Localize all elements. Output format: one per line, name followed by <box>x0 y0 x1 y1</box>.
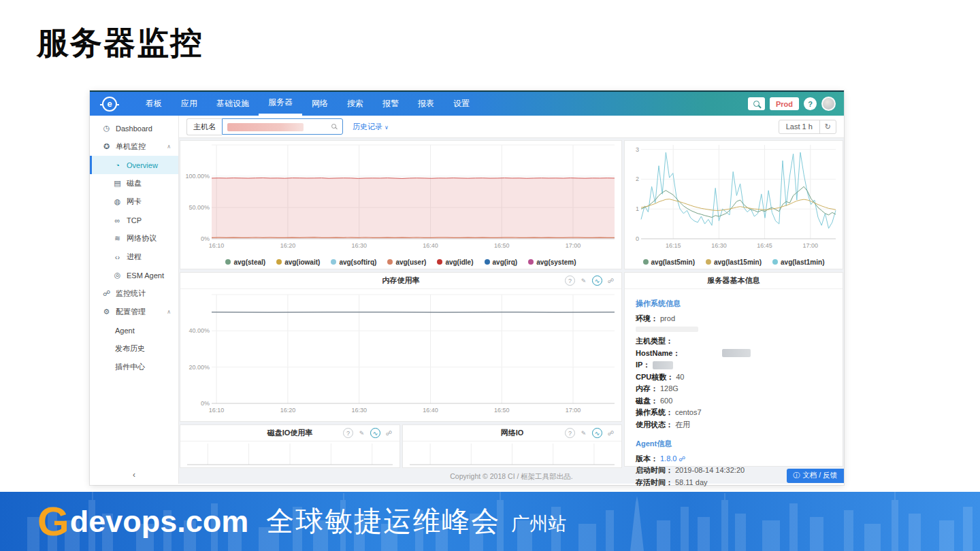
legend-item[interactable]: avg(last15min) <box>706 258 762 266</box>
app-logo-icon[interactable]: e <box>102 97 117 112</box>
sidebar-item-label: Agent <box>115 327 135 335</box>
chart-icon[interactable]: ∿ <box>592 276 602 286</box>
legend-item[interactable]: avg(softirq) <box>331 258 376 266</box>
copyright-text: Copyright © 2018 CI / 框架工具部出品. <box>179 472 844 482</box>
svg-text:16:10: 16:10 <box>209 407 225 414</box>
info-section-title: Agent信息 <box>636 439 832 449</box>
info-value: prod <box>660 314 675 323</box>
svg-text:50.00%: 50.00% <box>189 204 210 211</box>
link-icon[interactable]: ☍ <box>679 454 685 463</box>
memory-usage-chart: 16:1016:2016:3016:4016:5017:000%20.00%40… <box>180 289 621 420</box>
sidebar-item-5[interactable]: ∞TCP <box>90 211 178 229</box>
nav-item-2[interactable]: 基础设施 <box>207 92 259 116</box>
history-dropdown[interactable]: 历史记录 ∨ <box>353 122 389 132</box>
sidebar-item-label: TCP <box>127 216 142 224</box>
environment-badge[interactable]: Prod <box>770 97 799 110</box>
link-icon[interactable]: ☍ <box>384 428 394 438</box>
panel-header: 磁盘IO使用率 ?✎∿☍ <box>180 425 399 441</box>
help-icon[interactable]: ? <box>343 428 353 438</box>
sidebar-collapse-button[interactable]: ‹ <box>90 470 178 480</box>
help-icon[interactable]: ? <box>565 276 575 286</box>
sidebar-item-11[interactable]: Agent <box>90 321 178 339</box>
legend-item[interactable]: avg(iowait) <box>276 258 320 266</box>
sidebar: ◷Dashboard✪单机监控∧◔Overview▤磁盘◍网卡∞TCP≋网络协议… <box>90 116 179 484</box>
link-icon[interactable]: ☍ <box>606 428 616 438</box>
sidebar-item-1[interactable]: ✪单机监控∧ <box>90 137 178 156</box>
edit-icon[interactable]: ✎ <box>357 428 367 438</box>
sidebar-item-12[interactable]: 发布历史 <box>90 339 178 358</box>
svg-text:3: 3 <box>636 146 639 153</box>
sidebar-item-6[interactable]: ≋网络协议 <box>90 229 178 248</box>
edit-icon[interactable]: ✎ <box>578 276 589 286</box>
svg-text:16:40: 16:40 <box>423 242 438 249</box>
chevron-up-icon: ∧ <box>167 144 171 150</box>
sidebar-item-8[interactable]: ◎ESM Agent <box>90 266 178 284</box>
top-navbar: e 看板应用基础设施服务器网络搜索报警报表设置 Prod ? <box>90 90 844 116</box>
hostname-label: 主机名 <box>186 118 222 135</box>
nav-item-4[interactable]: 网络 <box>302 92 338 116</box>
conference-city: 广州站 <box>511 512 566 536</box>
cpu-usage-panel: 16:1016:2016:3016:4016:5017:000%50.00%10… <box>180 140 622 269</box>
nav-item-1[interactable]: 应用 <box>172 92 207 116</box>
legend-dot-icon <box>772 259 778 265</box>
link-icon[interactable]: ☍ <box>606 276 616 286</box>
svg-text:17:00: 17:00 <box>566 407 581 414</box>
agent-version-link[interactable]: 1.8.0 <box>660 454 676 463</box>
svg-text:17:00: 17:00 <box>566 242 581 249</box>
info-row: 磁盘：600 <box>636 397 832 405</box>
chart-icon[interactable]: ∿ <box>592 428 602 438</box>
legend-item[interactable]: avg(user) <box>387 258 426 266</box>
nav-item-5[interactable]: 搜索 <box>338 92 373 116</box>
nav-item-8[interactable]: 设置 <box>444 92 479 116</box>
sidebar-item-10[interactable]: ⚙配置管理∧ <box>90 303 178 321</box>
tcp-link-icon: ∞ <box>112 216 122 224</box>
legend-dot-icon <box>437 259 442 265</box>
info-value: 40 <box>676 373 684 382</box>
legend-label: avg(softirq) <box>339 258 376 266</box>
banner-text: Gdevops.com 全球敏捷运维峰会 广州站 <box>37 492 566 551</box>
server-info-body: 操作系统信息环境：prod主机类型：HostName：IP：CPU核数：40内存… <box>625 289 843 487</box>
hostname-input[interactable] <box>222 118 343 135</box>
legend-item[interactable]: avg(system) <box>528 258 576 266</box>
search-icon[interactable] <box>331 124 336 129</box>
svg-text:16:30: 16:30 <box>351 242 367 249</box>
nav-item-3[interactable]: 服务器 <box>259 92 302 116</box>
help-icon[interactable]: ? <box>565 428 575 438</box>
chart-icon[interactable]: ∿ <box>370 428 380 438</box>
nav-item-7[interactable]: 报表 <box>408 92 444 116</box>
global-search-button[interactable] <box>748 97 765 110</box>
sidebar-item-3[interactable]: ▤磁盘 <box>90 174 178 193</box>
svg-text:16:45: 16:45 <box>757 242 772 249</box>
docs-feedback-button[interactable]: ⓘ文档 / 反馈 <box>787 469 844 483</box>
legend-item[interactable]: avg(idle) <box>437 258 473 266</box>
avatar[interactable] <box>821 97 836 111</box>
legend-item[interactable]: avg(irq) <box>485 258 518 266</box>
sidebar-item-13[interactable]: 插件中心 <box>90 358 178 376</box>
legend-label: avg(steal) <box>233 258 265 266</box>
refresh-icon[interactable]: ↻ <box>819 120 836 133</box>
time-range-button[interactable]: Last 1 h <box>779 120 819 133</box>
sidebar-item-2[interactable]: ◔Overview <box>90 156 178 174</box>
help-button[interactable]: ? <box>804 97 817 110</box>
app-window: e 看板应用基础设施服务器网络搜索报警报表设置 Prod ? ◷Dashboar… <box>90 90 844 485</box>
navbar-right: Prod ? <box>748 97 836 111</box>
legend-item[interactable]: avg(last1min) <box>772 258 824 266</box>
info-row: 环境：prod <box>636 314 832 323</box>
sidebar-item-label: 进程 <box>127 252 142 262</box>
legend-item[interactable]: avg(steal) <box>225 258 265 266</box>
legend-item[interactable]: avg(last5min) <box>643 258 695 266</box>
load-average-panel: 16:1516:3016:4517:000123 avg(last5min)av… <box>624 140 843 269</box>
network-card-icon: ◍ <box>112 197 122 206</box>
sidebar-item-9[interactable]: ☍监控统计 <box>90 284 178 303</box>
edit-icon[interactable]: ✎ <box>578 428 589 438</box>
svg-text:16:20: 16:20 <box>280 407 296 414</box>
sidebar-item-4[interactable]: ◍网卡 <box>90 193 178 211</box>
nav-item-0[interactable]: 看板 <box>136 92 172 116</box>
svg-text:1: 1 <box>636 205 639 212</box>
sidebar-item-7[interactable]: ‹›进程 <box>90 248 178 266</box>
nav-item-6[interactable]: 报警 <box>373 92 408 116</box>
sidebar-item-0[interactable]: ◷Dashboard <box>90 119 178 137</box>
svg-text:17:00: 17:00 <box>803 242 819 249</box>
disk-io-panel: 磁盘IO使用率 ?✎∿☍ <box>180 424 400 468</box>
legend-label: avg(last15min) <box>714 258 762 266</box>
